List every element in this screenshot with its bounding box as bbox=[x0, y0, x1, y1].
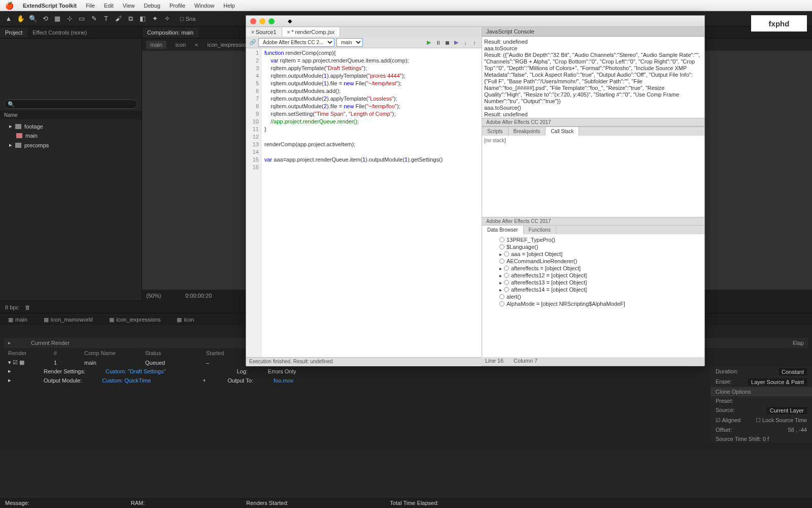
target-engine-select[interactable]: main bbox=[336, 38, 363, 47]
estk-status-bar: Execution finished. Result: undefined bbox=[246, 357, 482, 366]
zoom-level[interactable]: (50%) bbox=[146, 293, 161, 299]
databrowser-tab[interactable]: Data Browser bbox=[482, 226, 524, 234]
link-icon[interactable]: 🔗 bbox=[249, 39, 256, 46]
apple-logo-icon[interactable]: 🍎 bbox=[5, 2, 14, 10]
code-content[interactable]: function renderComp(comp){ var rqItem = … bbox=[261, 48, 482, 357]
output-to-value[interactable]: foo.mov bbox=[274, 377, 293, 384]
lock-checkbox[interactable]: ☐ Lock Source Time bbox=[756, 417, 807, 424]
menu-edit[interactable]: Edit bbox=[104, 3, 114, 9]
status-elapsed: Total Time Elapsed: bbox=[390, 500, 438, 506]
roto-tool-icon[interactable]: ✦ bbox=[150, 14, 159, 23]
zoom-tool-icon[interactable]: 🔍 bbox=[28, 14, 38, 23]
db-item[interactable]: ▸aftereffects = [object Object] bbox=[484, 265, 702, 272]
effect-controls-tab[interactable]: Effect Controls (none) bbox=[27, 27, 92, 38]
menu-debug[interactable]: Debug bbox=[144, 3, 160, 9]
project-item-precomps[interactable]: ▸precomps bbox=[0, 140, 142, 150]
project-tab[interactable]: Project bbox=[0, 27, 27, 38]
source-dropdown[interactable]: Current Layer bbox=[767, 407, 807, 414]
db-item[interactable]: ▸aftereffects13 = [object Object] bbox=[484, 279, 702, 286]
run-button[interactable]: ▶ bbox=[425, 39, 433, 47]
rect-tool-icon[interactable]: ▭ bbox=[77, 14, 86, 23]
col-started: Started bbox=[206, 350, 247, 356]
clone-tool-icon[interactable]: ⧉ bbox=[126, 14, 135, 23]
pan-behind-tool-icon[interactable]: ⊹ bbox=[65, 14, 74, 23]
menu-help[interactable]: Help bbox=[223, 3, 235, 9]
tl-tab-iexpr[interactable]: ▦ icon_iexpressions bbox=[105, 314, 164, 325]
maximize-button[interactable] bbox=[268, 18, 275, 24]
db-item[interactable]: $Language() bbox=[484, 243, 702, 250]
brush-tool-icon[interactable]: 🖌 bbox=[114, 14, 123, 23]
name-column-header[interactable]: Name bbox=[0, 111, 142, 119]
rotate-tool-icon[interactable]: ⟲ bbox=[41, 14, 50, 23]
output-module-value[interactable]: Custom: QuickTime bbox=[102, 377, 151, 384]
db-item[interactable]: 13PREF_TypePro() bbox=[484, 236, 702, 243]
erase-dropdown[interactable]: Layer Source & Paint bbox=[748, 378, 807, 386]
eraser-tool-icon[interactable]: ◧ bbox=[138, 14, 147, 23]
text-tool-icon[interactable]: T bbox=[101, 14, 111, 23]
callstack-tab[interactable]: Call Stack bbox=[546, 127, 579, 136]
line-gutter: 12345678910111213141516 bbox=[246, 48, 261, 357]
tl-tab-mamo[interactable]: ▦ icon_mamoworld bbox=[40, 314, 97, 325]
tl-tab-icon[interactable]: ▦ icon bbox=[173, 314, 198, 325]
step-out-button[interactable]: ↑ bbox=[470, 39, 479, 47]
db-item[interactable]: ▸aftereffects12 = [object Object] bbox=[484, 272, 702, 279]
col-status: Status bbox=[145, 350, 186, 356]
bc-main[interactable]: main bbox=[146, 41, 166, 49]
estk-window: ◆ × Source1 × * renderComp.jsx 🔗 Adobe A… bbox=[246, 15, 705, 366]
project-item-main[interactable]: main bbox=[0, 131, 142, 140]
col-comp: Comp Name bbox=[84, 350, 125, 356]
status-renders: Renders Started: bbox=[246, 500, 288, 506]
duration-dropdown[interactable]: Constant bbox=[779, 368, 807, 375]
menu-view[interactable]: View bbox=[123, 3, 135, 9]
bc-icon[interactable]: icon bbox=[172, 41, 190, 49]
console-output[interactable]: Result: undefinedaaa.toSourceResult: ({"… bbox=[482, 37, 704, 118]
camera-tool-icon[interactable]: ▦ bbox=[53, 14, 62, 23]
db-item[interactable]: ▸aftereffects14 = [object Object] bbox=[484, 286, 702, 293]
snap-checkbox[interactable]: ☐ Sna bbox=[180, 16, 195, 22]
output-to-label: Output To: bbox=[227, 377, 253, 384]
pause-button[interactable]: ⏸ bbox=[434, 39, 442, 47]
minimize-button[interactable] bbox=[259, 18, 265, 24]
hand-tool-icon[interactable]: ✋ bbox=[16, 14, 25, 23]
db-app-title: Adobe After Effects CC 2017 bbox=[482, 217, 704, 226]
selection-tool-icon[interactable]: ▲ bbox=[4, 14, 13, 23]
bpc-indicator[interactable]: 8 bpc bbox=[5, 304, 19, 310]
puppet-tool-icon[interactable]: ✧ bbox=[162, 14, 172, 23]
render-settings-value[interactable]: Custom: "Draft Settings" bbox=[106, 368, 165, 374]
project-search-input[interactable]: 🔍 bbox=[4, 100, 138, 109]
menu-profile[interactable]: Profile bbox=[170, 3, 185, 9]
breakpoints-tab[interactable]: Breakpoints bbox=[509, 127, 546, 136]
status-ram: RAM: bbox=[131, 500, 145, 506]
timecode[interactable]: 0:00:00:20 bbox=[185, 293, 212, 299]
menu-window[interactable]: Window bbox=[194, 3, 214, 9]
db-item[interactable]: AECommandLineRenderer() bbox=[484, 258, 702, 265]
data-browser[interactable]: 13PREF_TypePro() $Language() ▸aaa = [obj… bbox=[482, 234, 704, 358]
callstack-panel[interactable]: [no stack] bbox=[482, 136, 704, 217]
file-tab-rendercomp[interactable]: × * renderComp.jsx bbox=[282, 27, 341, 37]
menu-file[interactable]: File bbox=[86, 3, 95, 9]
trash-icon[interactable]: 🗑 bbox=[25, 304, 30, 310]
file-tab-source1[interactable]: × Source1 bbox=[246, 27, 282, 37]
step-over-button[interactable]: ▶ bbox=[452, 39, 460, 47]
target-app-select[interactable]: Adobe After Effects CC 2... bbox=[258, 38, 334, 47]
pen-tool-icon[interactable]: ✎ bbox=[89, 14, 98, 23]
scripts-tab[interactable]: Scripts bbox=[482, 127, 509, 136]
code-editor[interactable]: 12345678910111213141516 function renderC… bbox=[246, 48, 482, 357]
col-num: # bbox=[54, 350, 64, 356]
close-button[interactable] bbox=[250, 18, 256, 24]
tl-tab-main[interactable]: ▦ main bbox=[4, 314, 31, 325]
db-item[interactable]: AlphaMode = [object NRScripting$AlphaMod… bbox=[484, 300, 702, 307]
cursor-position: Line 16Column 7 bbox=[481, 357, 704, 365]
folder-icon bbox=[15, 143, 21, 148]
project-item-footage[interactable]: ▸footage bbox=[0, 121, 142, 131]
db-item[interactable]: ▸aaa = [object Object] bbox=[484, 250, 702, 258]
composition-tab[interactable]: Composition: main bbox=[142, 27, 198, 38]
status-message: Message: bbox=[5, 500, 29, 506]
db-item[interactable]: alert() bbox=[484, 293, 702, 300]
functions-tab[interactable]: Functions bbox=[524, 226, 556, 234]
estk-titlebar[interactable]: ◆ bbox=[246, 16, 704, 27]
stop-button[interactable]: ⏹ bbox=[443, 39, 451, 47]
aligned-checkbox[interactable]: ☑ Aligned bbox=[716, 417, 740, 424]
log-value[interactable]: Errors Only bbox=[268, 368, 296, 374]
step-into-button[interactable]: ↓ bbox=[461, 39, 469, 47]
